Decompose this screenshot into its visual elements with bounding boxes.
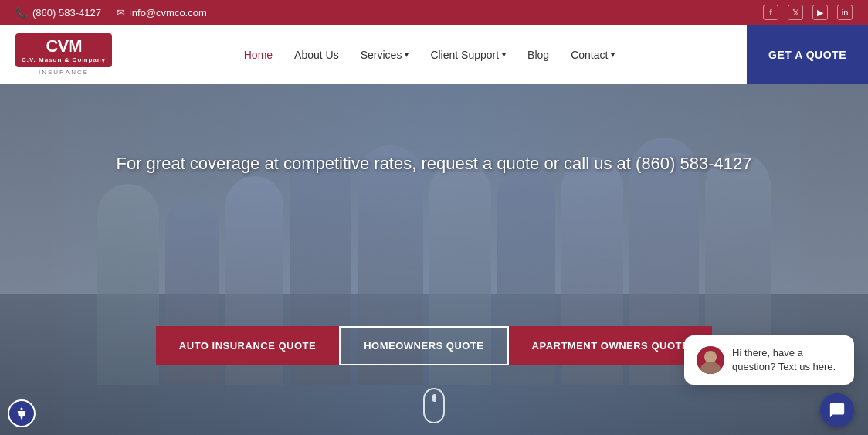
scroll-dot (432, 394, 436, 402)
scroll-indicator (423, 388, 445, 423)
hero-buttons: AUTO INSURANCE QUOTE HOMEOWNERS QUOTE AP… (156, 326, 712, 365)
client-support-chevron: ▾ (502, 50, 506, 59)
email-address: info@cvmco.com (130, 7, 207, 19)
auto-insurance-quote-button[interactable]: AUTO INSURANCE QUOTE (156, 326, 339, 365)
accessibility-button[interactable] (8, 399, 36, 427)
social-links: f 𝕏 ▶ in (763, 5, 853, 20)
hero-section: For great coverage at competitive rates,… (0, 84, 868, 435)
chat-widget: Hi there, have a question? Text us here. (684, 335, 854, 385)
logo[interactable]: CVM C.V. Mason & Company INSURANCE (15, 33, 112, 76)
nav-contact[interactable]: Contact ▾ (560, 25, 626, 84)
linkedin-icon[interactable]: in (837, 5, 853, 20)
nav-blog[interactable]: Blog (517, 25, 560, 84)
hero-headline: For great coverage at competitive rates,… (116, 154, 751, 174)
phone-number: (860) 583-4127 (32, 7, 101, 19)
svg-point-0 (704, 351, 717, 363)
svg-point-1 (700, 362, 721, 374)
email-contact[interactable]: ✉ info@cvmco.com (117, 7, 207, 19)
logo-cvm: CVM (22, 36, 106, 56)
chat-avatar (697, 346, 724, 374)
phone-contact[interactable]: 📞 (860) 583-4127 (15, 7, 101, 19)
nav-services[interactable]: Services ▾ (350, 25, 420, 84)
phone-icon: 📞 (15, 7, 28, 19)
nav-home[interactable]: Home (233, 25, 283, 84)
chat-bubble-button[interactable] (820, 393, 854, 427)
get-quote-button[interactable]: GET A QUOTE (747, 25, 868, 84)
nav-client-support[interactable]: Client Support ▾ (419, 25, 517, 84)
logo-insurance: INSURANCE (39, 69, 89, 76)
youtube-icon[interactable]: ▶ (812, 5, 828, 20)
main-nav: Home About Us Services ▾ Client Support … (233, 25, 626, 84)
services-chevron: ▾ (405, 50, 409, 59)
top-bar: 📞 (860) 583-4127 ✉ info@cvmco.com f 𝕏 ▶ … (0, 0, 868, 25)
twitter-icon[interactable]: 𝕏 (788, 5, 803, 20)
facebook-icon[interactable]: f (763, 5, 778, 20)
logo-box: CVM C.V. Mason & Company (15, 33, 112, 67)
apartment-owners-quote-button[interactable]: APARTMENT OWNERS QUOTE (509, 326, 713, 365)
email-icon: ✉ (117, 7, 125, 19)
chat-message: Hi there, have a question? Text us here. (732, 346, 842, 374)
contact-chevron: ▾ (611, 50, 615, 59)
top-bar-contacts: 📞 (860) 583-4127 ✉ info@cvmco.com (15, 7, 207, 19)
logo-company: C.V. Mason & Company (22, 56, 106, 64)
homeowners-quote-button[interactable]: HOMEOWNERS QUOTE (339, 326, 508, 365)
nav-about[interactable]: About Us (283, 25, 350, 84)
svg-point-2 (21, 408, 23, 410)
header: CVM C.V. Mason & Company INSURANCE Home … (0, 25, 868, 84)
